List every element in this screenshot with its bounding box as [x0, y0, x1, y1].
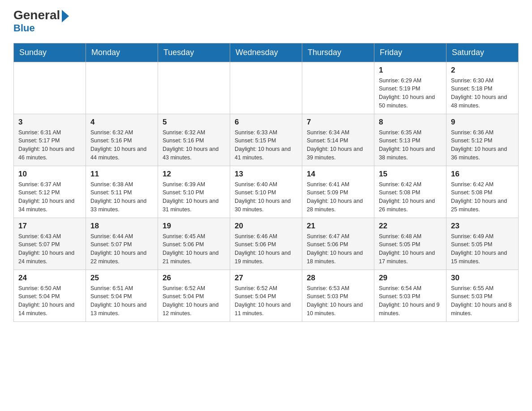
- calendar-cell: 9Sunrise: 6:36 AM Sunset: 5:12 PM Daylig…: [446, 114, 519, 166]
- calendar-cell: 11Sunrise: 6:38 AM Sunset: 5:11 PM Dayli…: [86, 166, 158, 218]
- day-info: Sunrise: 6:47 AM Sunset: 5:06 PM Dayligh…: [307, 232, 369, 266]
- logo-triangle-icon: [62, 10, 69, 22]
- calendar-cell: 24Sunrise: 6:50 AM Sunset: 5:04 PM Dayli…: [14, 270, 86, 321]
- column-header-wednesday: Wednesday: [230, 43, 302, 62]
- calendar-cell: 8Sunrise: 6:35 AM Sunset: 5:13 PM Daylig…: [374, 114, 446, 166]
- calendar-cell: 22Sunrise: 6:48 AM Sunset: 5:05 PM Dayli…: [374, 218, 446, 270]
- column-header-saturday: Saturday: [446, 43, 519, 62]
- day-info: Sunrise: 6:30 AM Sunset: 5:18 PM Dayligh…: [451, 77, 514, 110]
- calendar-cell: 16Sunrise: 6:42 AM Sunset: 5:08 PM Dayli…: [446, 166, 519, 218]
- calendar-cell: 14Sunrise: 6:41 AM Sunset: 5:09 PM Dayli…: [302, 166, 374, 218]
- day-number: 6: [235, 118, 297, 127]
- calendar-cell: 26Sunrise: 6:52 AM Sunset: 5:04 PM Dayli…: [158, 270, 230, 321]
- calendar-cell: 4Sunrise: 6:32 AM Sunset: 5:16 PM Daylig…: [86, 114, 158, 166]
- calendar-cell: [302, 62, 374, 114]
- day-number: 8: [379, 118, 442, 127]
- day-info: Sunrise: 6:50 AM Sunset: 5:04 PM Dayligh…: [18, 284, 81, 318]
- calendar-cell: 28Sunrise: 6:53 AM Sunset: 5:03 PM Dayli…: [302, 270, 374, 321]
- day-number: 17: [18, 222, 81, 231]
- logo: General Blue: [13, 9, 69, 34]
- day-number: 19: [163, 222, 225, 231]
- calendar-cell: 23Sunrise: 6:49 AM Sunset: 5:05 PM Dayli…: [446, 218, 519, 270]
- page-header: General Blue: [13, 9, 519, 34]
- day-number: 5: [163, 118, 225, 127]
- calendar-cell: 12Sunrise: 6:39 AM Sunset: 5:10 PM Dayli…: [158, 166, 230, 218]
- day-number: 30: [451, 274, 514, 283]
- calendar-cell: 27Sunrise: 6:52 AM Sunset: 5:04 PM Dayli…: [230, 270, 302, 321]
- column-header-sunday: Sunday: [14, 43, 86, 62]
- day-number: 9: [451, 118, 514, 127]
- day-number: 14: [307, 170, 369, 179]
- day-info: Sunrise: 6:37 AM Sunset: 5:12 PM Dayligh…: [18, 180, 81, 214]
- calendar-cell: 19Sunrise: 6:45 AM Sunset: 5:06 PM Dayli…: [158, 218, 230, 270]
- day-info: Sunrise: 6:53 AM Sunset: 5:03 PM Dayligh…: [307, 284, 369, 318]
- day-number: 2: [451, 66, 514, 75]
- day-number: 4: [90, 118, 153, 127]
- day-number: 25: [90, 274, 153, 283]
- day-number: 15: [379, 170, 442, 179]
- day-info: Sunrise: 6:46 AM Sunset: 5:06 PM Dayligh…: [235, 232, 297, 266]
- calendar-header-row: SundayMondayTuesdayWednesdayThursdayFrid…: [14, 43, 519, 62]
- day-info: Sunrise: 6:42 AM Sunset: 5:08 PM Dayligh…: [451, 180, 514, 214]
- calendar-cell: 13Sunrise: 6:40 AM Sunset: 5:10 PM Dayli…: [230, 166, 302, 218]
- column-header-thursday: Thursday: [302, 43, 374, 62]
- day-info: Sunrise: 6:40 AM Sunset: 5:10 PM Dayligh…: [235, 180, 297, 214]
- calendar-cell: [158, 62, 230, 114]
- calendar-table: SundayMondayTuesdayWednesdayThursdayFrid…: [13, 43, 519, 322]
- day-number: 26: [163, 274, 225, 283]
- day-number: 10: [18, 170, 81, 179]
- day-info: Sunrise: 6:43 AM Sunset: 5:07 PM Dayligh…: [18, 232, 81, 266]
- day-info: Sunrise: 6:34 AM Sunset: 5:14 PM Dayligh…: [307, 128, 369, 162]
- day-info: Sunrise: 6:48 AM Sunset: 5:05 PM Dayligh…: [379, 232, 442, 266]
- day-number: 3: [18, 118, 81, 127]
- logo-text: General: [13, 9, 69, 22]
- day-info: Sunrise: 6:45 AM Sunset: 5:06 PM Dayligh…: [163, 232, 225, 266]
- day-info: Sunrise: 6:36 AM Sunset: 5:12 PM Dayligh…: [451, 128, 514, 162]
- day-number: 23: [451, 222, 514, 231]
- calendar-week-row: 10Sunrise: 6:37 AM Sunset: 5:12 PM Dayli…: [14, 166, 519, 218]
- day-number: 18: [90, 222, 153, 231]
- day-info: Sunrise: 6:54 AM Sunset: 5:03 PM Dayligh…: [379, 284, 442, 318]
- calendar-cell: 2Sunrise: 6:30 AM Sunset: 5:18 PM Daylig…: [446, 62, 519, 114]
- calendar-cell: [14, 62, 86, 114]
- calendar-week-row: 17Sunrise: 6:43 AM Sunset: 5:07 PM Dayli…: [14, 218, 519, 270]
- calendar-cell: [86, 62, 158, 114]
- calendar-cell: 21Sunrise: 6:47 AM Sunset: 5:06 PM Dayli…: [302, 218, 374, 270]
- day-number: 16: [451, 170, 514, 179]
- day-number: 22: [379, 222, 442, 231]
- day-number: 29: [379, 274, 442, 283]
- column-header-monday: Monday: [86, 43, 158, 62]
- logo-blue-text: Blue: [13, 22, 35, 34]
- calendar-cell: 1Sunrise: 6:29 AM Sunset: 5:19 PM Daylig…: [374, 62, 446, 114]
- day-info: Sunrise: 6:41 AM Sunset: 5:09 PM Dayligh…: [307, 180, 369, 214]
- calendar-cell: 10Sunrise: 6:37 AM Sunset: 5:12 PM Dayli…: [14, 166, 86, 218]
- calendar-cell: 17Sunrise: 6:43 AM Sunset: 5:07 PM Dayli…: [14, 218, 86, 270]
- day-info: Sunrise: 6:52 AM Sunset: 5:04 PM Dayligh…: [163, 284, 225, 318]
- day-info: Sunrise: 6:44 AM Sunset: 5:07 PM Dayligh…: [90, 232, 153, 266]
- calendar-cell: 15Sunrise: 6:42 AM Sunset: 5:08 PM Dayli…: [374, 166, 446, 218]
- day-number: 20: [235, 222, 297, 231]
- calendar-cell: 7Sunrise: 6:34 AM Sunset: 5:14 PM Daylig…: [302, 114, 374, 166]
- calendar-cell: 25Sunrise: 6:51 AM Sunset: 5:04 PM Dayli…: [86, 270, 158, 321]
- day-number: 13: [235, 170, 297, 179]
- column-header-tuesday: Tuesday: [158, 43, 230, 62]
- day-info: Sunrise: 6:33 AM Sunset: 5:15 PM Dayligh…: [235, 128, 297, 162]
- day-number: 12: [163, 170, 225, 179]
- day-info: Sunrise: 6:39 AM Sunset: 5:10 PM Dayligh…: [163, 180, 225, 214]
- day-number: 11: [90, 170, 153, 179]
- calendar-cell: [230, 62, 302, 114]
- day-number: 7: [307, 118, 369, 127]
- calendar-week-row: 24Sunrise: 6:50 AM Sunset: 5:04 PM Dayli…: [14, 270, 519, 321]
- day-info: Sunrise: 6:32 AM Sunset: 5:16 PM Dayligh…: [90, 128, 153, 162]
- calendar-cell: 6Sunrise: 6:33 AM Sunset: 5:15 PM Daylig…: [230, 114, 302, 166]
- day-number: 27: [235, 274, 297, 283]
- day-number: 28: [307, 274, 369, 283]
- calendar-cell: 20Sunrise: 6:46 AM Sunset: 5:06 PM Dayli…: [230, 218, 302, 270]
- day-info: Sunrise: 6:51 AM Sunset: 5:04 PM Dayligh…: [90, 284, 153, 318]
- day-info: Sunrise: 6:35 AM Sunset: 5:13 PM Dayligh…: [379, 128, 442, 162]
- calendar-cell: 3Sunrise: 6:31 AM Sunset: 5:17 PM Daylig…: [14, 114, 86, 166]
- calendar-week-row: 3Sunrise: 6:31 AM Sunset: 5:17 PM Daylig…: [14, 114, 519, 166]
- day-info: Sunrise: 6:32 AM Sunset: 5:16 PM Dayligh…: [163, 128, 225, 162]
- column-header-friday: Friday: [374, 43, 446, 62]
- calendar-cell: 30Sunrise: 6:55 AM Sunset: 5:03 PM Dayli…: [446, 270, 519, 321]
